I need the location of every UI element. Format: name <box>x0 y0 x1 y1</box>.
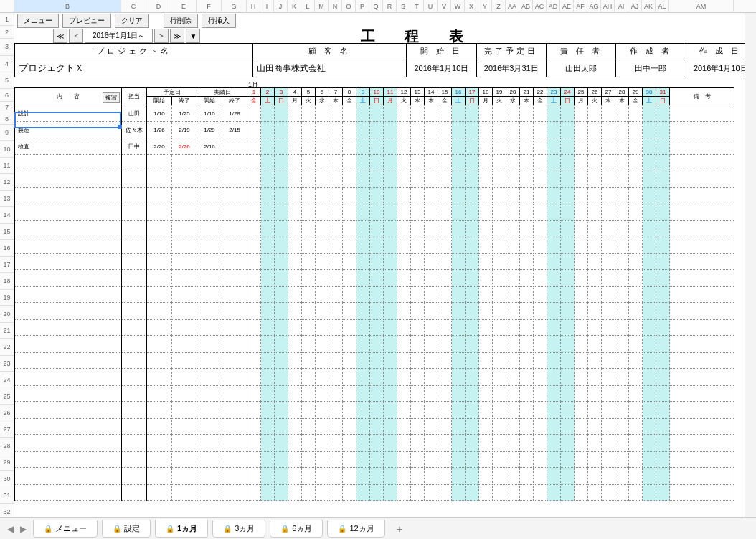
gantt-day-cell[interactable] <box>643 188 656 204</box>
gantt-day-cell[interactable] <box>520 452 534 468</box>
gantt-day-cell[interactable] <box>588 138 602 155</box>
gantt-day-cell[interactable] <box>411 485 425 501</box>
gantt-day-cell[interactable] <box>575 188 588 204</box>
planned-start-cell[interactable] <box>147 303 172 320</box>
gantt-day-cell[interactable] <box>247 419 261 435</box>
row-header[interactable]: 23 <box>0 356 14 372</box>
gantt-day-cell[interactable] <box>534 320 547 336</box>
gantt-day-cell[interactable] <box>602 188 615 204</box>
gantt-day-cell[interactable] <box>547 320 561 336</box>
gantt-day-cell[interactable] <box>656 237 670 254</box>
gantt-day-cell[interactable] <box>288 188 302 204</box>
gantt-day-cell[interactable] <box>370 155 384 171</box>
planned-start-cell[interactable] <box>147 353 172 369</box>
gantt-day-cell[interactable] <box>643 419 656 435</box>
planned-start-cell[interactable] <box>147 386 172 402</box>
gantt-day-cell[interactable] <box>261 468 275 485</box>
gantt-day-cell[interactable] <box>356 122 370 138</box>
planned-end-cell[interactable] <box>172 336 197 353</box>
gantt-day-cell[interactable] <box>575 320 588 336</box>
gantt-day-cell[interactable] <box>288 452 302 468</box>
gantt-day-cell[interactable] <box>316 270 329 287</box>
gantt-day-cell[interactable] <box>316 485 329 501</box>
gantt-day-cell[interactable] <box>575 254 588 270</box>
gantt-day-cell[interactable] <box>602 369 615 386</box>
task-content-cell[interactable] <box>15 204 122 221</box>
gantt-day-cell[interactable] <box>615 237 629 254</box>
gantt-day-cell[interactable] <box>656 204 670 221</box>
gantt-day-cell[interactable] <box>247 138 261 155</box>
task-tanto-cell[interactable]: 田中 <box>122 138 147 155</box>
gantt-day-cell[interactable] <box>302 204 316 221</box>
gantt-day-cell[interactable] <box>602 237 615 254</box>
gantt-day-cell[interactable] <box>329 204 343 221</box>
planned-end-cell[interactable] <box>172 485 197 501</box>
gantt-day-cell[interactable] <box>247 320 261 336</box>
gantt-day-cell[interactable] <box>275 452 288 468</box>
task-content-cell[interactable] <box>15 320 122 336</box>
gantt-day-cell[interactable] <box>343 369 356 386</box>
actual-start-cell[interactable] <box>197 188 222 204</box>
gantt-day-cell[interactable] <box>656 402 670 419</box>
gantt-day-cell[interactable] <box>656 386 670 402</box>
gantt-day-cell[interactable] <box>316 188 329 204</box>
gantt-day-cell[interactable] <box>629 287 643 303</box>
gantt-day-cell[interactable] <box>466 270 479 287</box>
gantt-day-cell[interactable] <box>275 287 288 303</box>
column-header[interactable]: AJ <box>628 0 642 12</box>
column-header[interactable]: AE <box>560 0 574 12</box>
gantt-day-cell[interactable] <box>479 221 493 237</box>
gantt-day-cell[interactable] <box>329 303 343 320</box>
gantt-day-cell[interactable] <box>643 254 656 270</box>
gantt-day-cell[interactable] <box>479 155 493 171</box>
row-header[interactable]: 14 <box>0 207 14 224</box>
gantt-day-cell[interactable] <box>534 435 547 452</box>
gantt-day-cell[interactable] <box>466 287 479 303</box>
column-header[interactable]: AL <box>656 0 669 12</box>
gantt-day-cell[interactable] <box>356 320 370 336</box>
gantt-day-cell[interactable] <box>411 353 425 369</box>
gantt-day-cell[interactable] <box>493 353 506 369</box>
gantt-day-cell[interactable] <box>506 303 520 320</box>
gantt-day-cell[interactable] <box>520 122 534 138</box>
gantt-day-cell[interactable] <box>247 254 261 270</box>
gantt-day-cell[interactable] <box>629 204 643 221</box>
gantt-day-cell[interactable] <box>534 402 547 419</box>
gantt-day-cell[interactable] <box>425 353 438 369</box>
gantt-day-cell[interactable] <box>452 188 466 204</box>
actual-end-cell[interactable] <box>222 336 247 353</box>
nav-prev-button[interactable]: ＜ <box>69 29 83 43</box>
gantt-day-cell[interactable] <box>479 122 493 138</box>
gantt-day-cell[interactable] <box>479 468 493 485</box>
gantt-day-cell[interactable] <box>479 369 493 386</box>
task-content-cell[interactable] <box>15 155 122 171</box>
column-header[interactable]: B <box>14 0 121 12</box>
gantt-day-cell[interactable] <box>302 155 316 171</box>
gantt-day-cell[interactable] <box>466 237 479 254</box>
gantt-day-cell[interactable] <box>425 122 438 138</box>
gantt-day-cell[interactable] <box>561 303 575 320</box>
gantt-day-cell[interactable] <box>629 122 643 138</box>
gantt-day-cell[interactable] <box>411 386 425 402</box>
gantt-day-cell[interactable] <box>506 204 520 221</box>
gantt-day-cell[interactable] <box>643 303 656 320</box>
planned-end-cell[interactable] <box>172 452 197 468</box>
gantt-day-cell[interactable] <box>520 320 534 336</box>
gantt-day-cell[interactable] <box>575 386 588 402</box>
column-header[interactable]: M <box>315 0 329 12</box>
gantt-day-cell[interactable] <box>370 188 384 204</box>
actual-end-cell[interactable] <box>222 287 247 303</box>
gantt-day-cell[interactable] <box>493 105 506 122</box>
gantt-day-cell[interactable] <box>343 303 356 320</box>
gantt-day-cell[interactable] <box>316 336 329 353</box>
row-header[interactable]: 18 <box>0 273 14 290</box>
gantt-day-cell[interactable] <box>302 303 316 320</box>
gantt-day-cell[interactable] <box>452 138 466 155</box>
gantt-day-cell[interactable] <box>452 155 466 171</box>
gantt-day-cell[interactable] <box>561 138 575 155</box>
planned-start-cell[interactable] <box>147 221 172 237</box>
row-header[interactable]: 15 <box>0 224 14 240</box>
gantt-day-cell[interactable] <box>602 386 615 402</box>
gantt-day-cell[interactable] <box>575 485 588 501</box>
gantt-day-cell[interactable] <box>561 369 575 386</box>
